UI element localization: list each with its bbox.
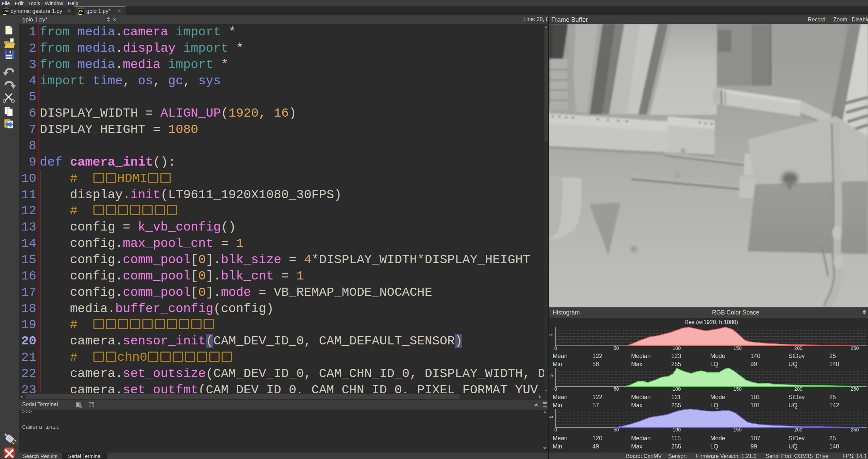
svg-text:200: 200 <box>794 386 802 392</box>
svg-text:200: 200 <box>794 427 802 432</box>
svg-text:PC: PC <box>79 9 83 13</box>
svg-text:150: 150 <box>733 427 742 432</box>
svg-text:0: 0 <box>554 427 557 432</box>
svg-text:250: 250 <box>851 386 859 392</box>
svg-text:200: 200 <box>794 345 802 351</box>
svg-text:G: G <box>549 374 554 377</box>
svg-text:150: 150 <box>733 386 742 392</box>
svg-text:250: 250 <box>851 345 859 351</box>
svg-text:B: B <box>549 415 554 418</box>
svg-text:0: 0 <box>554 386 557 392</box>
svg-text:150: 150 <box>733 345 742 351</box>
svg-text:PC: PC <box>4 9 8 13</box>
svg-text:50: 50 <box>613 427 619 432</box>
svg-text:50: 50 <box>613 386 619 392</box>
svg-text:0: 0 <box>554 345 557 351</box>
svg-text:100: 100 <box>673 427 681 432</box>
svg-text:100: 100 <box>673 345 681 351</box>
svg-text:R: R <box>549 334 554 337</box>
svg-text:100: 100 <box>673 386 681 392</box>
svg-text:250: 250 <box>851 427 859 432</box>
svg-text:50: 50 <box>613 345 619 351</box>
